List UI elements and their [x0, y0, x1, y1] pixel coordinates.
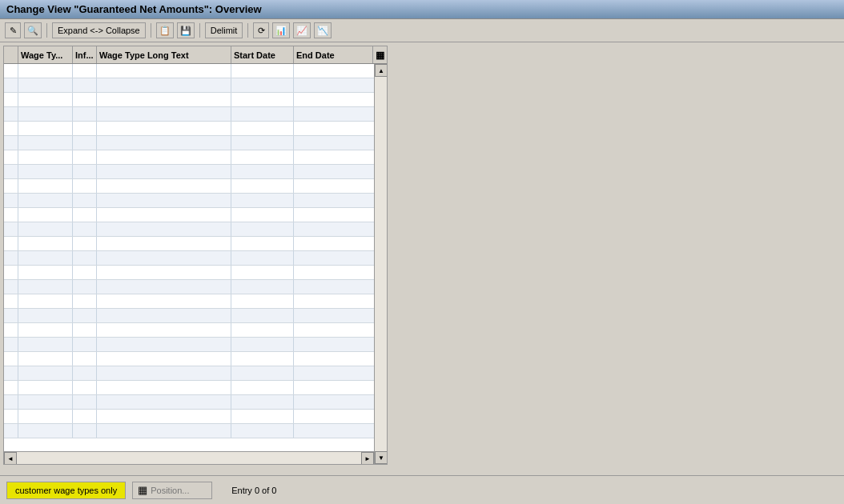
scroll-up-btn[interactable]: ▲: [375, 64, 388, 77]
table-row: [4, 424, 374, 438]
table-row: [4, 93, 374, 107]
toolbar-btn-save[interactable]: 💾: [177, 22, 195, 38]
table-row: [4, 107, 374, 122]
position-button[interactable]: ▦: [132, 482, 212, 499]
table-row: [4, 194, 374, 208]
scroll-track: [375, 77, 387, 451]
table-row: [4, 323, 374, 338]
table-row: [4, 150, 374, 165]
status-bar: customer wage types only ▦ Entry 0 of 0: [0, 475, 844, 504]
table-row: [4, 294, 374, 309]
toolbar-separator-4: [247, 23, 248, 38]
table-row: [4, 381, 374, 395]
table-row: [4, 64, 374, 78]
page-title: Change View "Guaranteed Net Amounts": Ov…: [6, 3, 262, 15]
table-row: [4, 410, 374, 424]
table-body: [4, 64, 374, 451]
horizontal-scrollbar[interactable]: ◄ ►: [4, 451, 374, 464]
col-header-longtext: Wage Type Long Text: [97, 46, 231, 63]
toolbar-btn-delimit[interactable]: Delimit: [205, 22, 243, 38]
hscroll-right-btn[interactable]: ►: [361, 452, 374, 465]
table-row: [4, 352, 374, 366]
table-row: [4, 122, 374, 136]
table-row: [4, 222, 374, 237]
table-row: [4, 280, 374, 294]
title-bar: Change View "Guaranteed Net Amounts": Ov…: [0, 0, 844, 19]
table-row: [4, 179, 374, 194]
hscroll-left-btn[interactable]: ◄: [4, 452, 17, 465]
table-row: [4, 309, 374, 323]
toolbar-btn-refresh[interactable]: ⟳: [253, 22, 269, 38]
col-settings-icon[interactable]: ▦: [372, 46, 387, 63]
toolbar-btn-chart2[interactable]: 📈: [293, 22, 311, 38]
table-row: [4, 78, 374, 93]
col-header-enddate: End Date: [294, 46, 372, 63]
toolbar-separator-3: [199, 23, 200, 38]
toolbar-btn-search[interactable]: 🔍: [24, 22, 42, 38]
position-icon: ▦: [138, 484, 147, 496]
col-header-check: [4, 46, 18, 63]
col-header-startdate: Start Date: [231, 46, 294, 63]
table-row: [4, 366, 374, 381]
table-row: [4, 338, 374, 352]
table-row: [4, 136, 374, 150]
toolbar-separator-1: [46, 23, 47, 38]
position-input[interactable]: [151, 486, 207, 495]
toolbar-expand-collapse[interactable]: Expand <-> Collapse: [52, 22, 146, 38]
toolbar: ✎ 🔍 Expand <-> Collapse 📋 💾 Delimit ⟳ 📊 …: [0, 19, 844, 42]
main-content: Wage Ty... Inf... Wage Type Long Text St…: [0, 42, 844, 468]
vertical-scrollbar[interactable]: ▲ ▼: [374, 64, 387, 464]
entry-count: Entry 0 of 0: [231, 486, 276, 495]
table-row: [4, 251, 374, 266]
table-row: [4, 266, 374, 280]
table-row: [4, 208, 374, 222]
col-header-wagety: Wage Ty...: [18, 46, 73, 63]
table-header: Wage Ty... Inf... Wage Type Long Text St…: [4, 46, 387, 64]
toolbar-btn-chart3[interactable]: 📉: [314, 22, 332, 38]
scroll-down-btn[interactable]: ▼: [375, 451, 388, 464]
toolbar-btn-chart1[interactable]: 📊: [272, 22, 290, 38]
hscroll-track: [17, 452, 361, 464]
customer-wage-types-button[interactable]: customer wage types only: [6, 482, 126, 499]
table-row: [4, 237, 374, 251]
table-row: [4, 165, 374, 179]
toolbar-separator-2: [151, 23, 151, 38]
toolbar-btn-copy[interactable]: 📋: [156, 22, 174, 38]
table-row: [4, 395, 374, 410]
col-header-inf: Inf...: [73, 46, 97, 63]
table-container: Wage Ty... Inf... Wage Type Long Text St…: [3, 46, 388, 465]
toolbar-btn-edit[interactable]: ✎: [5, 22, 21, 38]
